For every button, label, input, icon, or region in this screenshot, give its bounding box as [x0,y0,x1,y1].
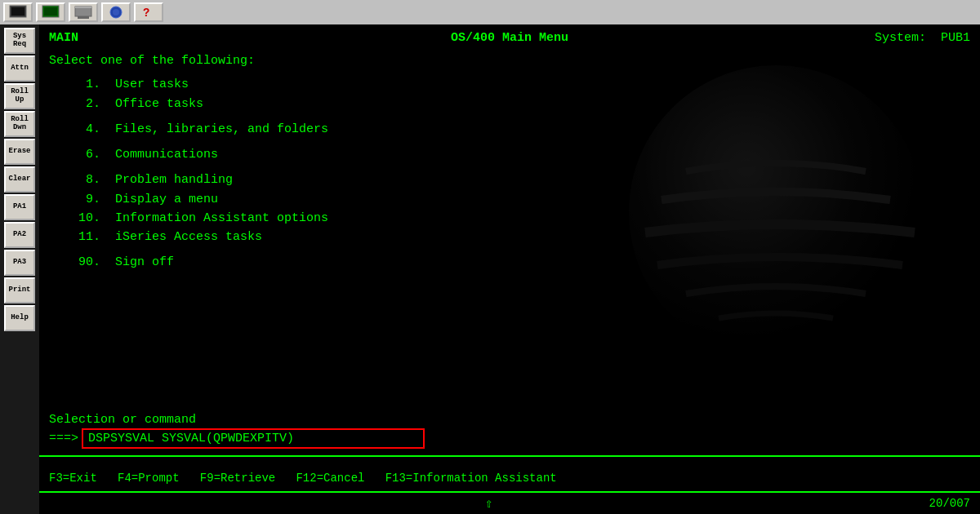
pa1-button[interactable]: PA1 [4,194,35,220]
svg-rect-3 [44,7,57,16]
icon5: ? [134,2,163,22]
erase-button[interactable]: Erase [4,139,35,165]
menu-item-2: 2. Office tasks [49,95,970,113]
menu-id: MAIN [49,31,78,45]
svg-rect-1 [11,7,24,16]
sys-req-button[interactable]: SysReq [4,28,35,54]
system-info: System: PUB1 [875,31,970,45]
menu-item-1: 1. User tasks [49,75,970,94]
command-input[interactable] [82,428,425,449]
cmd-prompt-text: ===> [49,432,78,445]
system-name: PUB1 [941,31,970,45]
print-button[interactable]: Print [4,277,35,304]
svg-rect-5 [78,16,89,19]
toolbar: ? [0,0,980,24]
fkeys-line1: F3=Exit F4=Prompt F9=Retrieve F12=Cancel… [49,469,970,487]
icon4 [101,2,131,22]
select-prompt-text: Select one of the following: [49,54,255,68]
menu-items: 1. User tasks 2. Office tasks 4. Files, … [49,75,970,272]
help-button[interactable]: Help [4,305,35,331]
cmd-label-text: Selection or command [49,413,970,427]
pa3-button[interactable]: PA3 [4,250,35,276]
menu-item-4: 4. Files, libraries, and folders [49,120,970,139]
roll-up-button[interactable]: RollUp [4,83,35,109]
icon2 [36,2,65,22]
attn-button[interactable]: Attn [4,55,35,82]
clear-button[interactable]: Clear [4,166,35,193]
menu-item-6: 6. Communications [49,145,970,164]
terminal-wrapper: SysReq Attn RollUp RollDwn Erase Clear P… [0,24,980,514]
svg-point-8 [113,9,119,16]
bottom-separator [39,455,980,457]
menu-item-90: 90. Sign off [49,253,970,272]
header-row: MAIN OS/400 Main Menu System: PUB1 [49,31,970,45]
side-buttons: SysReq Attn RollUp RollDwn Erase Clear P… [0,24,39,514]
svg-rect-6 [75,7,91,8]
menu-item-11: 11. iSeries Access tasks [49,228,970,246]
status-bar: ⇧ 20/007 [39,491,980,514]
page-indicator: 20/007 [929,497,970,510]
roll-down-button[interactable]: RollDwn [4,111,35,137]
command-area: Selection or command ===> [49,413,970,449]
terminal-screen: MAIN OS/400 Main Menu System: PUB1 Selec… [39,24,980,514]
menu-item-10: 10. Information Assistant options [49,209,970,228]
system-label: System: [875,31,926,45]
icon3 [69,2,98,22]
menu-item-8: 8. Problem handling [49,171,970,189]
menu-item-9: 9. Display a menu [49,190,970,209]
select-prompt: Select one of the following: [49,51,970,70]
pa2-button[interactable]: PA2 [4,222,35,248]
scroll-up-arrow[interactable]: ⇧ [485,495,493,512]
cmd-input-row: ===> [49,428,970,449]
menu-title: OS/400 Main Menu [451,31,568,45]
svg-text:?: ? [143,7,149,20]
icon1 [3,2,33,22]
